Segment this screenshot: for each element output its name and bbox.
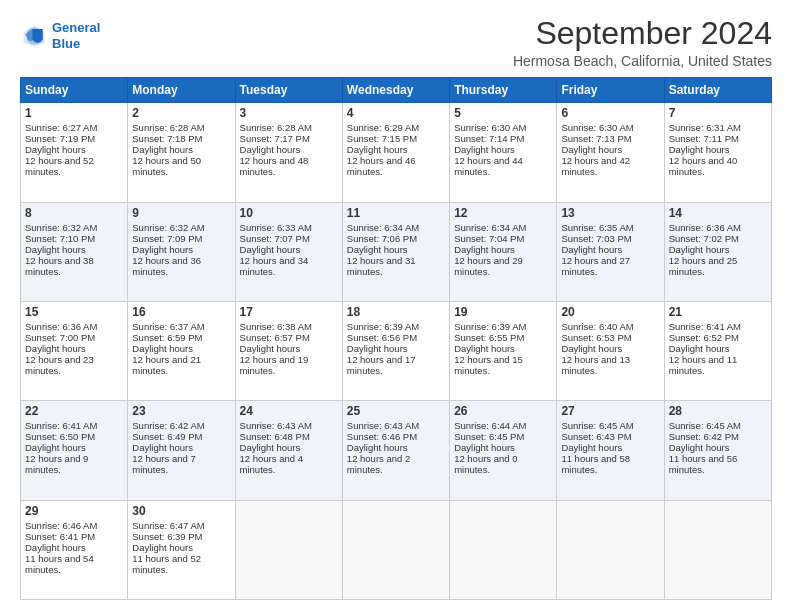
daylight-duration: 12 hours and 42 minutes. <box>561 155 630 177</box>
day-number: 27 <box>561 404 659 418</box>
daylight-label: Daylight hours <box>25 343 86 354</box>
daylight-label: Daylight hours <box>561 144 622 155</box>
sunrise-text: Sunrise: 6:47 AM <box>132 520 204 531</box>
daylight-duration: 12 hours and 17 minutes. <box>347 354 416 376</box>
day-of-week-header: Saturday <box>664 78 771 103</box>
daylight-duration: 12 hours and 15 minutes. <box>454 354 523 376</box>
sunset-text: Sunset: 7:09 PM <box>132 233 202 244</box>
sunrise-text: Sunrise: 6:30 AM <box>454 122 526 133</box>
day-number: 9 <box>132 206 230 220</box>
title-area: September 2024 Hermosa Beach, California… <box>513 16 772 69</box>
sunset-text: Sunset: 7:02 PM <box>669 233 739 244</box>
sunset-text: Sunset: 7:06 PM <box>347 233 417 244</box>
day-number: 18 <box>347 305 445 319</box>
calendar-cell <box>664 500 771 599</box>
daylight-label: Daylight hours <box>561 343 622 354</box>
daylight-duration: 12 hours and 23 minutes. <box>25 354 94 376</box>
sunrise-text: Sunrise: 6:41 AM <box>25 420 97 431</box>
sunrise-text: Sunrise: 6:27 AM <box>25 122 97 133</box>
day-number: 17 <box>240 305 338 319</box>
sunset-text: Sunset: 6:43 PM <box>561 431 631 442</box>
daylight-duration: 12 hours and 9 minutes. <box>25 453 88 475</box>
sunrise-text: Sunrise: 6:45 AM <box>561 420 633 431</box>
daylight-duration: 12 hours and 21 minutes. <box>132 354 201 376</box>
page: General Blue September 2024 Hermosa Beac… <box>0 0 792 612</box>
sunrise-text: Sunrise: 6:28 AM <box>240 122 312 133</box>
day-number: 20 <box>561 305 659 319</box>
daylight-label: Daylight hours <box>669 144 730 155</box>
daylight-duration: 12 hours and 31 minutes. <box>347 255 416 277</box>
sunset-text: Sunset: 7:13 PM <box>561 133 631 144</box>
day-number: 19 <box>454 305 552 319</box>
sunset-text: Sunset: 6:50 PM <box>25 431 95 442</box>
sunrise-text: Sunrise: 6:35 AM <box>561 222 633 233</box>
calendar: SundayMondayTuesdayWednesdayThursdayFrid… <box>20 77 772 600</box>
sunset-text: Sunset: 6:48 PM <box>240 431 310 442</box>
sunset-text: Sunset: 7:00 PM <box>25 332 95 343</box>
calendar-cell: 29Sunrise: 6:46 AMSunset: 6:41 PMDayligh… <box>21 500 128 599</box>
daylight-label: Daylight hours <box>132 343 193 354</box>
day-number: 15 <box>25 305 123 319</box>
daylight-label: Daylight hours <box>132 442 193 453</box>
sunset-text: Sunset: 6:52 PM <box>669 332 739 343</box>
sunrise-text: Sunrise: 6:43 AM <box>240 420 312 431</box>
daylight-label: Daylight hours <box>454 244 515 255</box>
calendar-cell: 7Sunrise: 6:31 AMSunset: 7:11 PMDaylight… <box>664 103 771 202</box>
day-number: 23 <box>132 404 230 418</box>
sunrise-text: Sunrise: 6:39 AM <box>347 321 419 332</box>
calendar-cell: 18Sunrise: 6:39 AMSunset: 6:56 PMDayligh… <box>342 301 449 400</box>
daylight-duration: 12 hours and 38 minutes. <box>25 255 94 277</box>
calendar-cell <box>235 500 342 599</box>
daylight-duration: 12 hours and 27 minutes. <box>561 255 630 277</box>
sunrise-text: Sunrise: 6:42 AM <box>132 420 204 431</box>
calendar-cell: 4Sunrise: 6:29 AMSunset: 7:15 PMDaylight… <box>342 103 449 202</box>
daylight-duration: 12 hours and 36 minutes. <box>132 255 201 277</box>
header: General Blue September 2024 Hermosa Beac… <box>20 16 772 69</box>
calendar-cell: 6Sunrise: 6:30 AMSunset: 7:13 PMDaylight… <box>557 103 664 202</box>
calendar-week-row: 1Sunrise: 6:27 AMSunset: 7:19 PMDaylight… <box>21 103 772 202</box>
day-number: 7 <box>669 106 767 120</box>
sunset-text: Sunset: 6:49 PM <box>132 431 202 442</box>
logo: General Blue <box>20 20 100 51</box>
day-number: 14 <box>669 206 767 220</box>
day-number: 25 <box>347 404 445 418</box>
calendar-cell <box>557 500 664 599</box>
daylight-label: Daylight hours <box>25 244 86 255</box>
sunrise-text: Sunrise: 6:28 AM <box>132 122 204 133</box>
sunset-text: Sunset: 6:59 PM <box>132 332 202 343</box>
daylight-label: Daylight hours <box>132 542 193 553</box>
sunrise-text: Sunrise: 6:39 AM <box>454 321 526 332</box>
daylight-duration: 11 hours and 52 minutes. <box>132 553 201 575</box>
calendar-cell: 11Sunrise: 6:34 AMSunset: 7:06 PMDayligh… <box>342 202 449 301</box>
daylight-label: Daylight hours <box>454 144 515 155</box>
daylight-duration: 12 hours and 7 minutes. <box>132 453 195 475</box>
calendar-cell: 17Sunrise: 6:38 AMSunset: 6:57 PMDayligh… <box>235 301 342 400</box>
day-of-week-header: Sunday <box>21 78 128 103</box>
calendar-week-row: 22Sunrise: 6:41 AMSunset: 6:50 PMDayligh… <box>21 401 772 500</box>
day-number: 13 <box>561 206 659 220</box>
sunset-text: Sunset: 6:55 PM <box>454 332 524 343</box>
daylight-duration: 11 hours and 56 minutes. <box>669 453 738 475</box>
daylight-duration: 12 hours and 34 minutes. <box>240 255 309 277</box>
daylight-label: Daylight hours <box>454 442 515 453</box>
daylight-duration: 12 hours and 19 minutes. <box>240 354 309 376</box>
day-number: 24 <box>240 404 338 418</box>
daylight-duration: 11 hours and 58 minutes. <box>561 453 630 475</box>
daylight-label: Daylight hours <box>240 244 301 255</box>
day-number: 10 <box>240 206 338 220</box>
sunset-text: Sunset: 7:18 PM <box>132 133 202 144</box>
logo-line2: Blue <box>52 36 80 51</box>
calendar-cell: 24Sunrise: 6:43 AMSunset: 6:48 PMDayligh… <box>235 401 342 500</box>
sunset-text: Sunset: 7:07 PM <box>240 233 310 244</box>
daylight-duration: 12 hours and 48 minutes. <box>240 155 309 177</box>
daylight-duration: 12 hours and 11 minutes. <box>669 354 738 376</box>
sunset-text: Sunset: 6:45 PM <box>454 431 524 442</box>
sunrise-text: Sunrise: 6:40 AM <box>561 321 633 332</box>
calendar-cell: 16Sunrise: 6:37 AMSunset: 6:59 PMDayligh… <box>128 301 235 400</box>
daylight-duration: 12 hours and 4 minutes. <box>240 453 303 475</box>
daylight-label: Daylight hours <box>347 244 408 255</box>
calendar-cell: 8Sunrise: 6:32 AMSunset: 7:10 PMDaylight… <box>21 202 128 301</box>
day-of-week-header: Thursday <box>450 78 557 103</box>
day-of-week-header: Tuesday <box>235 78 342 103</box>
calendar-cell: 20Sunrise: 6:40 AMSunset: 6:53 PMDayligh… <box>557 301 664 400</box>
